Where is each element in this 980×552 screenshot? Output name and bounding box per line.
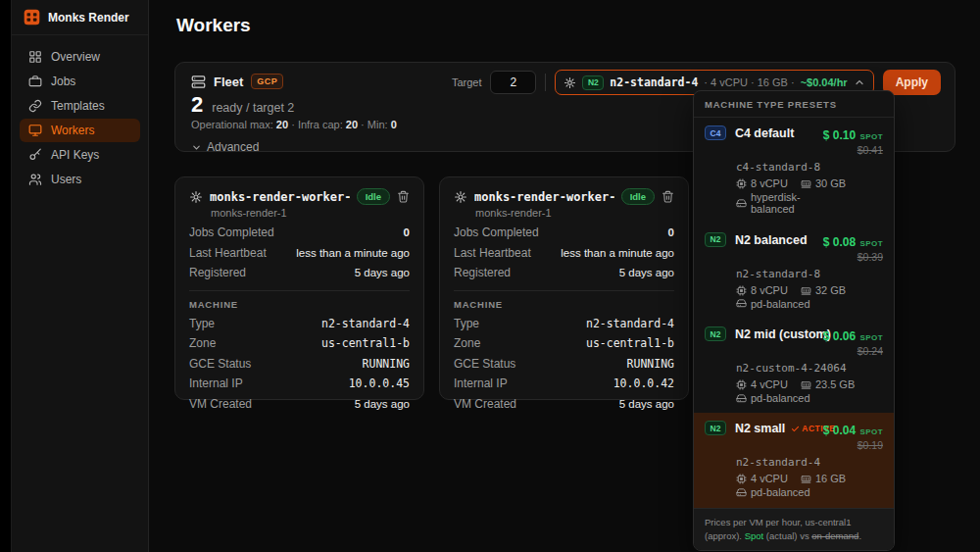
gce-status-label: GCE Status [454, 357, 515, 371]
jobs-completed-label: Jobs Completed [189, 226, 274, 239]
preset-cpu: 4 vCPU [751, 378, 788, 391]
machine-presets-menu: MACHINE TYPE PRESETS C4 C4 default $ 0.1… [693, 90, 895, 551]
zone-label: Zone [189, 336, 216, 350]
preset-machine-type: n2-custom-4-24064 [736, 362, 883, 375]
separator [545, 74, 546, 91]
gce-status-value: RUNNING [363, 357, 410, 371]
ram-icon [801, 178, 811, 189]
preset-old-price: $0.19 [823, 439, 883, 451]
delete-worker-button[interactable] [662, 190, 674, 203]
worker-group: monks-render-1 [211, 207, 410, 219]
trash-icon [662, 190, 674, 203]
briefcase-icon [28, 75, 42, 88]
jobs-completed-value: 0 [668, 226, 674, 238]
target-input[interactable] [490, 71, 536, 94]
delete-worker-button[interactable] [397, 190, 410, 203]
sidebar-item-users[interactable]: Users [20, 168, 140, 191]
key-icon [28, 148, 42, 162]
machine-family-badge: N2 [582, 75, 604, 90]
operational-max-label: Operational max: [191, 119, 273, 130]
preset-cpu: 8 vCPU [751, 177, 788, 190]
main-content: Workers Fleet GCP 2 ready / target 2 Ope… [149, 0, 980, 552]
zone-value: us-central1-b [586, 336, 674, 350]
infra-cap-value: 20 [346, 119, 358, 130]
worker-card-p7cf: monks-render-worker-p7cf Idle monks-rend… [174, 176, 424, 400]
cpu-icon [736, 285, 747, 296]
disk-icon [736, 298, 747, 309]
preset-disk: pd-balanced [751, 298, 810, 311]
preset-item-n2-mid-custom[interactable]: N2 N2 mid (custom) $ 0.06 SPOT $0.24 n2-… [694, 319, 894, 413]
preset-old-price: $0.41 [823, 144, 883, 156]
preset-cpu: 8 vCPU [751, 284, 788, 297]
n2-badge: N2 [705, 421, 726, 435]
preset-disk: pd-balanced [751, 486, 810, 499]
sidebar-item-label: Workers [51, 124, 94, 137]
internal-ip-value: 10.0.0.42 [613, 376, 674, 390]
window-edge-strip [0, 0, 12, 552]
operational-max-value: 20 [276, 119, 288, 130]
ram-icon [801, 285, 811, 296]
idle-status-badge: Idle [621, 188, 655, 205]
preset-price: $ 0.10 [823, 128, 856, 142]
preset-old-price: $0.39 [823, 251, 883, 263]
min-label: Min: [368, 119, 388, 130]
chevron-up-icon [854, 76, 865, 88]
gear-icon [189, 190, 203, 204]
sidebar-item-templates[interactable]: Templates [20, 94, 140, 118]
preset-machine-type: n2-standard-8 [736, 268, 883, 280]
selected-machine-specs: · 4 vCPU · 16 GB · [704, 76, 794, 88]
preset-title: N2 small [735, 422, 785, 435]
registered-value: 5 days ago [355, 267, 410, 278]
preset-item-n2-small[interactable]: N2 N2 small ACTIVE $ 0.04 SPOT $0.19 [694, 413, 894, 507]
preset-disk: pd-balanced [751, 392, 810, 405]
type-value: n2-standard-4 [321, 317, 410, 330]
users-icon [28, 173, 42, 186]
worker-group: monks-render-1 [475, 207, 674, 219]
internal-ip-label: Internal IP [189, 376, 243, 390]
type-label: Type [189, 317, 215, 330]
presets-menu-footer: Prices per VM per hour, us-central1 (app… [694, 508, 894, 551]
monks-render-logo-icon [24, 9, 40, 25]
disk-icon [736, 393, 747, 404]
check-icon [791, 425, 800, 433]
preset-price: $ 0.06 [823, 329, 856, 343]
monitor-icon [28, 124, 42, 137]
preset-cpu: 4 vCPU [751, 473, 788, 485]
sidebar: Monks Render Overview Jobs Templates Wor… [12, 0, 149, 552]
ram-icon [801, 379, 811, 390]
gce-status-value: RUNNING [627, 357, 674, 371]
sidebar-item-jobs[interactable]: Jobs [20, 70, 140, 93]
sidebar-item-workers[interactable]: Workers [20, 119, 140, 142]
internal-ip-label: Internal IP [454, 376, 508, 390]
sidebar-item-api-keys[interactable]: API Keys [20, 143, 140, 167]
stat-separator: · [291, 119, 295, 130]
spot-word: Spot [745, 530, 764, 541]
spot-tag: SPOT [860, 239, 883, 248]
n2-badge: N2 [705, 232, 726, 247]
vm-created-value: 5 days ago [619, 398, 674, 410]
preset-item-c4-default[interactable]: C4 C4 default $ 0.10 SPOT $0.41 c4-stand… [694, 118, 894, 225]
registered-value: 5 days ago [619, 267, 674, 278]
preset-title: N2 balanced [735, 233, 808, 247]
preset-disk: hyperdisk-balanced [751, 191, 811, 216]
sidebar-item-overview[interactable]: Overview [20, 45, 140, 69]
worker-card-20z6: monks-render-worker-20z6 Idle monks-rend… [439, 176, 689, 400]
ready-count: 2 [191, 92, 203, 118]
n2-badge: N2 [705, 326, 726, 341]
cpu-icon [736, 178, 747, 189]
jobs-completed-label: Jobs Completed [454, 226, 539, 239]
zone-label: Zone [454, 336, 480, 350]
preset-machine-type: c4-standard-8 [736, 161, 883, 174]
last-heartbeat-label: Last Heartbeat [454, 246, 531, 260]
server-icon [191, 75, 206, 89]
registered-label: Registered [189, 266, 246, 279]
type-label: Type [454, 317, 479, 330]
c4-badge: C4 [705, 125, 726, 140]
worker-name: monks-render-worker-20z6 [474, 190, 614, 204]
divider [189, 290, 410, 291]
preset-title: N2 mid (custom) [735, 327, 831, 341]
gear-icon [454, 190, 467, 204]
preset-item-n2-balanced[interactable]: N2 N2 balanced $ 0.08 SPOT $0.39 n2-stan… [694, 225, 894, 319]
spot-tag: SPOT [860, 132, 883, 141]
preset-ram: 32 GB [815, 284, 846, 297]
